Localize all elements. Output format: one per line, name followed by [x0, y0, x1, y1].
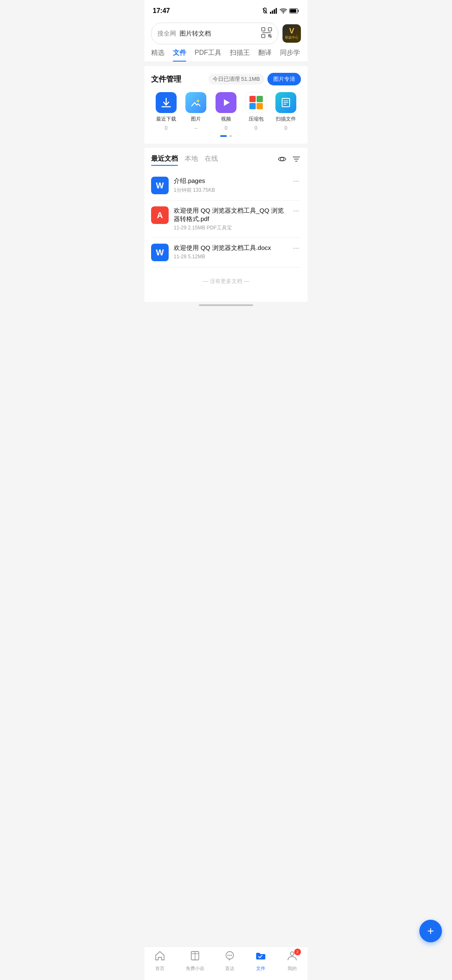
file-categories: 最近下载 0 图片 -- 视频 0: [151, 92, 301, 131]
doc-content-3: 欢迎使用 QQ 浏览器文档工具.docx 11-28 5.12MB: [174, 244, 286, 260]
status-time: 17:47: [153, 7, 170, 15]
clean-text: 今日已清理 51.1MB: [208, 74, 264, 85]
category-photos[interactable]: 图片 --: [185, 92, 206, 131]
svg-rect-12: [268, 34, 270, 36]
doc-meta-1: 1分钟前 133.75KB: [174, 187, 286, 194]
tab-featured[interactable]: 精选: [151, 49, 164, 62]
doc-icon-word-1: W: [151, 177, 169, 194]
svg-rect-21: [257, 103, 263, 109]
category-photos-count: --: [194, 125, 198, 131]
doc-item-2[interactable]: A 欢迎使用 QQ 浏览器文档工具_QQ 浏览器转格式.pdf 11-29 2.…: [151, 201, 301, 238]
vip-label: 权益中心: [285, 35, 298, 40]
dot-2: [229, 135, 232, 137]
battery-icon: [289, 8, 299, 13]
category-download[interactable]: 最近下载 0: [156, 92, 177, 131]
section-header: 文件管理 今日已清理 51.1MB 图片专清: [151, 73, 301, 85]
dot-1: [220, 135, 227, 137]
doc-more-3[interactable]: ···: [291, 244, 301, 252]
doc-more-1[interactable]: ···: [291, 177, 301, 185]
recent-section: 最近文档 本地 在线 W 介绍.pages: [144, 148, 308, 302]
recent-tab-local[interactable]: 本地: [185, 154, 198, 166]
scan-file-icon: [275, 92, 296, 113]
doc-content-2: 欢迎使用 QQ 浏览器文档工具_QQ 浏览器转格式.pdf 11-29 2.15…: [174, 206, 286, 231]
doc-meta-3: 11-28 5.12MB: [174, 254, 286, 260]
recent-actions: [277, 154, 301, 166]
category-video-count: 0: [225, 125, 228, 131]
svg-rect-18: [249, 96, 256, 102]
category-video-name: 视频: [221, 116, 231, 123]
svg-point-26: [280, 157, 284, 161]
svg-rect-2: [272, 10, 273, 14]
tab-scanner[interactable]: 扫描王: [230, 49, 250, 62]
zip-icon: [246, 92, 267, 113]
search-label: 搜全网: [157, 30, 176, 38]
recent-header: 最近文档 本地 在线: [151, 154, 301, 166]
category-scan[interactable]: 扫描文件 0: [275, 92, 296, 131]
doc-name-2: 欢迎使用 QQ 浏览器文档工具_QQ 浏览器转格式.pdf: [174, 206, 286, 223]
search-query: 图片转文档: [180, 30, 211, 38]
home-indicator: [199, 304, 253, 306]
download-icon: [156, 92, 177, 113]
category-zip-count: 0: [254, 125, 257, 131]
svg-rect-1: [270, 12, 271, 14]
tab-pdf[interactable]: PDF工具: [195, 49, 221, 62]
vip-v-letter: V: [289, 27, 294, 35]
wifi-icon: [280, 8, 287, 14]
svg-marker-17: [224, 99, 230, 106]
filter-icon[interactable]: [292, 154, 301, 166]
category-zip-name: 压缩包: [249, 116, 264, 123]
tab-files[interactable]: 文件: [173, 49, 186, 62]
doc-icon-pdf-2: A: [151, 206, 169, 224]
scan-icon[interactable]: [261, 27, 272, 38]
tabs: 精选 文件 PDF工具 扫描王 翻译 同步学 文库: [144, 44, 308, 62]
svg-rect-20: [249, 103, 256, 109]
svg-rect-19: [257, 96, 263, 102]
category-scan-count: 0: [285, 125, 288, 131]
doc-name-1: 介绍.pages: [174, 177, 286, 185]
dots-indicator: [151, 135, 301, 137]
doc-more-2[interactable]: ···: [291, 206, 301, 215]
section-title: 文件管理: [151, 74, 181, 84]
svg-rect-7: [290, 9, 296, 13]
svg-rect-3: [274, 9, 275, 14]
svg-point-16: [197, 100, 199, 102]
category-zip[interactable]: 压缩包 0: [246, 92, 267, 131]
scan-icon-wrap[interactable]: [261, 27, 272, 40]
doc-name-3: 欢迎使用 QQ 浏览器文档工具.docx: [174, 244, 286, 252]
doc-meta-2: 11-29 2.15MB PDF工具宝: [174, 224, 286, 231]
photos-icon: [185, 92, 206, 113]
category-photos-name: 图片: [191, 116, 201, 123]
category-download-name: 最近下载: [156, 116, 176, 123]
svg-rect-4: [276, 8, 277, 14]
silent-icon: [262, 8, 268, 14]
file-manager-section: 文件管理 今日已清理 51.1MB 图片专清 最近下载 0: [144, 66, 308, 144]
header: 搜全网 图片转文档 V 权益中心: [144, 18, 308, 44]
doc-content-1: 介绍.pages 1分钟前 133.75KB: [174, 177, 286, 194]
svg-point-5: [283, 13, 284, 13]
svg-rect-10: [262, 34, 265, 38]
search-bar[interactable]: 搜全网 图片转文档: [151, 23, 278, 44]
tab-sync[interactable]: 同步学: [280, 49, 300, 62]
clean-button[interactable]: 图片专清: [267, 73, 301, 85]
category-video[interactable]: 视频 0: [216, 92, 236, 131]
clean-info: 今日已清理 51.1MB 图片专清: [208, 73, 301, 85]
svg-rect-8: [262, 28, 265, 31]
doc-icon-word-3: W: [151, 244, 169, 261]
category-download-count: 0: [164, 125, 167, 131]
vip-badge[interactable]: V 权益中心: [282, 24, 301, 43]
recent-tab-online[interactable]: 在线: [205, 154, 218, 166]
category-scan-name: 扫描文件: [276, 116, 296, 123]
status-bar: 17:47: [144, 0, 308, 18]
no-more-label: — 没有更多文档 —: [151, 268, 301, 295]
view-icon[interactable]: [277, 154, 287, 166]
tab-translate[interactable]: 翻译: [258, 49, 272, 62]
svg-rect-9: [268, 28, 272, 31]
doc-item-1[interactable]: W 介绍.pages 1分钟前 133.75KB ···: [151, 171, 301, 201]
status-icons: [262, 8, 299, 14]
doc-item-3[interactable]: W 欢迎使用 QQ 浏览器文档工具.docx 11-28 5.12MB ···: [151, 238, 301, 268]
signal-icon: [270, 8, 277, 14]
recent-tab-recent[interactable]: 最近文档: [151, 154, 178, 166]
video-icon: [216, 92, 236, 113]
